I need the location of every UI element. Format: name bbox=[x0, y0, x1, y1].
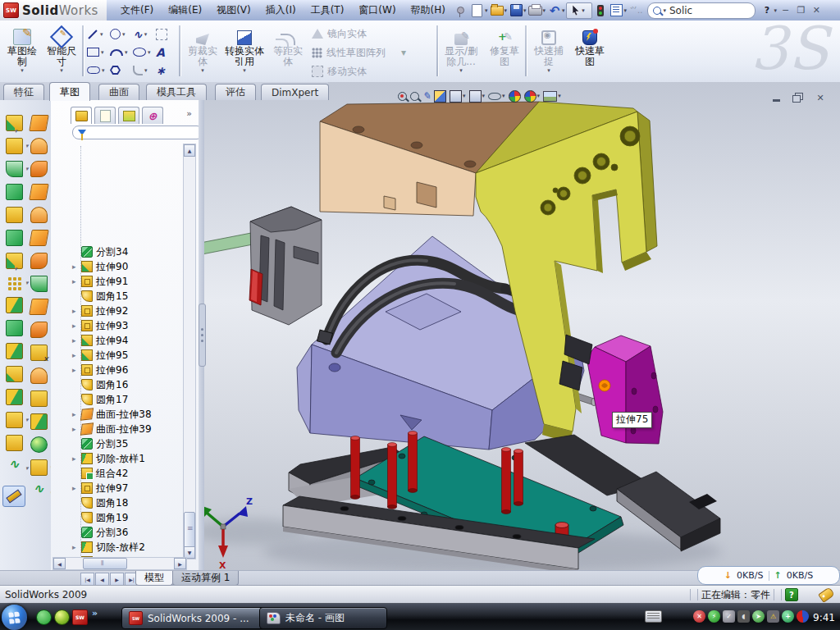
search-input[interactable]: Solic bbox=[669, 5, 692, 16]
doc-restore-button[interactable] bbox=[791, 92, 806, 103]
print-dropdown[interactable]: ▾ bbox=[543, 7, 546, 14]
volume-icon[interactable]: ◖ bbox=[737, 610, 750, 623]
menu-window[interactable]: 窗口(W) bbox=[351, 3, 403, 17]
tree-item[interactable]: ▸切除-放样1 bbox=[51, 451, 184, 466]
help-dropdown[interactable]: ▾ bbox=[774, 7, 777, 14]
expand-arrow-icon[interactable]: ▸ bbox=[72, 262, 81, 271]
point-tool[interactable]: ∗ bbox=[156, 62, 177, 79]
select-region-tool[interactable] bbox=[156, 25, 177, 43]
tool-icon[interactable] bbox=[6, 343, 23, 359]
tool-icon[interactable]: ∿ bbox=[7, 458, 22, 472]
menu-edit[interactable]: 编辑(E) bbox=[161, 3, 209, 17]
expand-arrow-icon[interactable]: ▸ bbox=[72, 366, 81, 374]
undo-button[interactable]: ↶ bbox=[547, 3, 562, 18]
tool-icon[interactable] bbox=[6, 320, 23, 336]
hide-show-items-button[interactable]: ▾ bbox=[488, 93, 505, 100]
scene-button[interactable]: ▾ bbox=[524, 90, 541, 103]
tool-icon[interactable] bbox=[29, 184, 49, 200]
task-paint[interactable]: 未命名 - 画图 bbox=[259, 607, 387, 629]
scrollbar-thumb[interactable] bbox=[184, 512, 195, 550]
tool-icon[interactable] bbox=[7, 276, 22, 290]
rectangle-tool[interactable]: ▾ bbox=[87, 43, 108, 61]
tab-configurationmanager[interactable] bbox=[118, 107, 139, 124]
update-gear-icon[interactable]: ✓ bbox=[723, 610, 735, 623]
tag-icon[interactable] bbox=[818, 587, 835, 603]
tool-icon[interactable] bbox=[6, 412, 23, 428]
quicklaunch-messenger[interactable] bbox=[36, 609, 52, 625]
tool-icon[interactable] bbox=[6, 138, 23, 154]
tab-dimxpertmanager[interactable]: ⊕ bbox=[142, 107, 163, 124]
tree-item[interactable]: ▸拉伸94 bbox=[51, 333, 184, 348]
tree-item[interactable]: ▸圆角17 bbox=[51, 392, 184, 407]
tool-icon[interactable] bbox=[30, 276, 48, 292]
tree-item[interactable]: ▸拉伸95 bbox=[51, 348, 184, 363]
tree-item[interactable]: ▸曲面-拉伸39 bbox=[51, 422, 184, 436]
sync-icon[interactable]: ➤ bbox=[752, 610, 765, 623]
tool-icon[interactable]: ∿ bbox=[31, 482, 47, 497]
tree-vertical-scrollbar[interactable]: ▲ ▼ bbox=[183, 144, 196, 559]
tree-horizontal-scrollbar[interactable]: ◀ ▶ bbox=[52, 557, 187, 570]
tab-dimxpert[interactable]: DimXpert bbox=[261, 84, 329, 100]
tree-item[interactable]: ▸拉伸97 bbox=[51, 481, 184, 495]
tree-item[interactable]: ▸曲面-拉伸38 bbox=[51, 407, 184, 422]
tool-icon[interactable] bbox=[30, 436, 48, 453]
rapid-sketch-button[interactable]: 快速草图 bbox=[571, 24, 609, 67]
scroll-right-button[interactable]: ▶ bbox=[174, 558, 186, 569]
scroll-left-button[interactable]: ◀ bbox=[53, 558, 66, 569]
appearances-button[interactable] bbox=[509, 90, 521, 103]
tool-icon[interactable] bbox=[30, 345, 48, 361]
tab-surfaces[interactable]: 曲面 bbox=[98, 84, 139, 100]
expand-arrow-icon[interactable]: ▸ bbox=[72, 351, 81, 359]
expand-arrow-icon[interactable]: ▸ bbox=[72, 307, 81, 315]
section-view-button[interactable] bbox=[434, 90, 446, 103]
sketch-fillet-tool[interactable]: ▾ bbox=[133, 62, 154, 79]
tool-icon[interactable] bbox=[30, 138, 48, 154]
tool-icon[interactable] bbox=[29, 115, 49, 131]
tree-item[interactable]: ▸分割34 bbox=[51, 244, 184, 259]
menu-file[interactable]: 文件(F) bbox=[113, 3, 161, 17]
menu-insert[interactable]: 插入(I) bbox=[258, 3, 304, 17]
arc-tool[interactable]: ▾ bbox=[110, 43, 131, 61]
search-dropdown[interactable]: ▾ bbox=[663, 7, 666, 14]
slot-tool[interactable]: ▾ bbox=[87, 62, 108, 79]
defender-shield-icon[interactable]: + bbox=[782, 610, 794, 623]
tab-propertymanager[interactable] bbox=[94, 107, 116, 124]
view-orientation-button[interactable]: ▾ bbox=[450, 90, 466, 103]
tool-icon[interactable] bbox=[30, 207, 48, 223]
tree-item[interactable]: ▸圆角15 bbox=[51, 289, 184, 304]
task-solidworks[interactable]: SW SolidWorks 2009 - ... bbox=[121, 607, 266, 629]
scroll-up-button[interactable]: ▲ bbox=[184, 144, 195, 157]
manager-tabs-overflow[interactable]: » bbox=[186, 108, 192, 119]
tool-icon[interactable] bbox=[30, 390, 48, 407]
panel-splitter[interactable] bbox=[199, 100, 204, 570]
spline-tool[interactable]: ∿▾ bbox=[133, 25, 154, 43]
tab-evaluate[interactable]: 评估 bbox=[215, 84, 256, 100]
text-tool[interactable]: A bbox=[156, 43, 177, 61]
tool-icon[interactable] bbox=[6, 435, 23, 451]
expand-arrow-icon[interactable]: ▸ bbox=[72, 322, 81, 330]
tool-icon[interactable] bbox=[6, 184, 23, 200]
rebuild-button[interactable] bbox=[593, 3, 608, 18]
doc-close-button[interactable]: ✕ bbox=[813, 92, 828, 103]
tree-item[interactable]: ▸拉伸96 bbox=[51, 363, 184, 377]
zoom-fit-button[interactable] bbox=[398, 92, 407, 101]
expand-arrow-icon[interactable]: ▸ bbox=[72, 543, 81, 551]
polygon-tool[interactable] bbox=[110, 62, 131, 79]
expand-arrow-icon[interactable]: ▸ bbox=[72, 277, 81, 285]
expand-arrow-icon[interactable]: ▸ bbox=[72, 484, 81, 492]
save-dropdown[interactable]: ▾ bbox=[523, 7, 527, 14]
tree-item[interactable]: ▸圆角16 bbox=[51, 377, 184, 392]
expand-arrow-icon[interactable]: ▸ bbox=[72, 454, 81, 463]
tool-icon[interactable] bbox=[29, 299, 49, 315]
tool-icon[interactable] bbox=[30, 253, 48, 269]
view-setting-button[interactable]: ▾ bbox=[543, 91, 561, 102]
network-warning-icon[interactable]: ⚠ bbox=[767, 610, 779, 623]
pin-menu-icon[interactable] bbox=[454, 3, 468, 18]
tool-icon[interactable] bbox=[30, 161, 48, 177]
undo-dropdown[interactable]: ▾ bbox=[562, 7, 565, 14]
tree-item[interactable]: ▸拉伸91 bbox=[51, 274, 184, 289]
tree-item[interactable]: ▸分割36 bbox=[51, 525, 184, 540]
open-file-button[interactable] bbox=[490, 3, 504, 18]
doc-minimize-button[interactable] bbox=[769, 92, 783, 103]
print-button[interactable] bbox=[528, 3, 543, 18]
